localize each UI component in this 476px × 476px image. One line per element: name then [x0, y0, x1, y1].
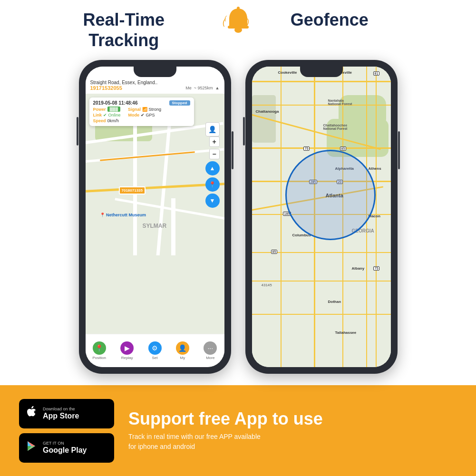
speed-label: Speed — [93, 118, 106, 123]
road-v2 — [155, 123, 171, 256]
district-label: SYLMAR — [143, 223, 167, 229]
app-info: Support free App to use Track in real ti… — [128, 409, 457, 452]
title-left: Real-TimeTracking — [62, 10, 185, 50]
svg-point-6 — [237, 7, 240, 10]
road-h3 — [252, 147, 391, 149]
location-label: 📍 Nethercutt Museum — [100, 213, 146, 217]
geofence-circle — [285, 150, 376, 240]
nav-more[interactable]: ··· More — [196, 334, 224, 367]
road-h1 — [252, 81, 391, 82]
road-h2 — [252, 105, 391, 106]
position-icon: 📍 — [93, 341, 106, 355]
app-store-text: Download on the App Store — [43, 407, 79, 420]
tracking-info-card: 2019-05-08 11:48:46 Stopped Power ▓▓▓ Si… — [89, 97, 194, 126]
phones-row: Straight Road, Essex, England.. 19171532… — [65, 60, 412, 374]
nav-up-btn[interactable]: ▲ — [205, 161, 220, 175]
app-store-sub: Download on the — [43, 407, 79, 411]
link-label: Link — [93, 113, 102, 117]
link-info: Link ✔ Online — [93, 113, 121, 117]
side-nav-btns: ▲ 📍 ▼ — [205, 161, 220, 208]
stopped-badge: Stopped — [169, 100, 190, 106]
person-btn[interactable]: 👤 — [205, 122, 220, 136]
tracking-screen: Straight Road, Essex, England.. 19171532… — [86, 67, 224, 367]
hwy-85-2: 85 — [271, 250, 278, 254]
nav-position[interactable]: 📍 Position — [86, 334, 113, 367]
signal-label: Signal — [128, 107, 141, 112]
info-row-1: Power ▓▓▓ Signal 📶 Strong — [93, 107, 190, 112]
app-info-title: Support free App to use — [128, 409, 457, 428]
tracking-number: 19171532055 — [90, 85, 122, 91]
top-section: Real-TimeTracking ( ( ) ) Geofence — [0, 0, 476, 385]
route-line — [100, 152, 195, 161]
my-label: My — [180, 356, 185, 360]
info-row-2: Link ✔ Online Mode ✔ GPS — [93, 113, 190, 117]
tracking-meta: Me ~ 9525km ▲ — [185, 86, 219, 90]
my-icon: 👤 — [176, 341, 189, 355]
app-store-main: App Store — [43, 411, 79, 420]
info-datetime: 2019-05-08 11:48:46 Stopped — [93, 100, 190, 106]
geofence-map: Cookeville Knoxville Chattanooga Nantaha… — [252, 67, 391, 367]
power-label: Power — [93, 107, 106, 112]
city-tallahassee: Tallahassee — [335, 330, 357, 335]
city-albany: Albany — [352, 266, 365, 271]
bottom-section: Download on the App Store GET IT ON Goo — [0, 385, 476, 476]
signal-info: Signal 📶 Strong — [128, 107, 161, 112]
left-phone-notch — [134, 67, 176, 77]
google-play-text: GET IT ON Google Play — [43, 441, 87, 455]
city-chattahoochee: ChattahoocheeNational Forest — [323, 124, 348, 130]
google-play-sub: GET IT ON — [43, 441, 87, 446]
speed-val: 0km/h — [107, 118, 119, 123]
zoom-plus-btn[interactable]: + — [209, 136, 220, 147]
power-info: Power ▓▓▓ — [93, 107, 121, 112]
header-row: Real-TimeTracking ( ( ) ) Geofence — [0, 0, 476, 55]
speed-info: Speed 0km/h — [93, 118, 119, 123]
city-cookeville: Cookeville — [278, 70, 297, 75]
set-icon: ⚙ — [148, 341, 162, 355]
bottom-nav: 📍 Position ▶ Replay ⚙ Set 👤 My — [86, 334, 224, 367]
svg-text:(: ( — [224, 14, 227, 21]
nav-replay[interactable]: ▶ Replay — [113, 334, 141, 367]
nav-down-btn[interactable]: ▼ — [205, 194, 220, 208]
road-h7 — [252, 281, 391, 282]
title-right: Geofence — [291, 10, 414, 30]
right-phone: Cookeville Knoxville Chattanooga Nantaha… — [245, 60, 398, 374]
tracking-map: StetsonRanch Park 2019-05-08 11:48:46 — [86, 94, 224, 255]
nav-location-btn[interactable]: 📍 — [205, 177, 220, 192]
city-43145: 43145 — [262, 283, 272, 287]
hwy-81: 81 — [373, 71, 380, 76]
app-info-desc: Track in real time with our free APP ava… — [128, 432, 457, 452]
svg-point-5 — [234, 27, 242, 33]
right-phone-notch — [300, 67, 343, 77]
app-store-button[interactable]: Download on the App Store — [19, 399, 114, 428]
hwy-75: 75 — [303, 146, 310, 151]
signal-val: 📶 Strong — [142, 107, 161, 112]
more-icon: ··· — [204, 341, 217, 355]
road-h8 — [252, 314, 391, 315]
link-val: ✔ Online — [103, 113, 121, 117]
city-athens: Athens — [369, 166, 381, 171]
replay-icon: ▶ — [120, 341, 134, 355]
position-label: Position — [92, 356, 106, 360]
nav-my[interactable]: 👤 My — [169, 334, 196, 367]
google-play-main: Google Play — [43, 446, 87, 455]
city-dothan: Dothan — [328, 300, 341, 304]
set-label: Set — [152, 356, 158, 360]
tracker-tag: 7018071335 — [119, 186, 146, 194]
bell-icon: ( ( ) ) — [222, 5, 255, 44]
store-buttons: Download on the App Store GET IT ON Goo — [19, 399, 114, 463]
zoom-minus-btn[interactable]: − — [209, 149, 220, 159]
mode-info: Mode ✔ GPS — [128, 113, 155, 117]
road-v1 — [281, 67, 282, 367]
google-play-button[interactable]: GET IT ON Google Play — [19, 433, 114, 463]
mode-val: ✔ GPS — [141, 113, 155, 117]
city-chattanooga: Chattanooga — [256, 109, 279, 114]
left-phone: Straight Road, Essex, England.. 19171532… — [79, 60, 231, 374]
road-y1 — [86, 183, 224, 193]
replay-label: Replay — [121, 356, 133, 360]
road-v3 — [171, 198, 175, 255]
mode-label: Mode — [128, 113, 140, 117]
apple-icon — [25, 405, 38, 422]
hwy-85: 85 — [340, 146, 347, 151]
nav-set[interactable]: ⚙ Set — [141, 334, 168, 367]
info-row-3: Speed 0km/h — [93, 118, 190, 123]
